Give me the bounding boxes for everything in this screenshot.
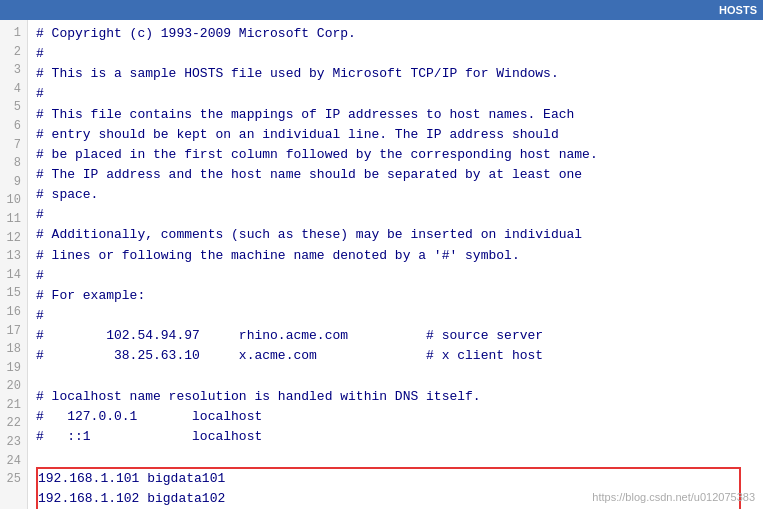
code-area[interactable]: # Copyright (c) 1993-2009 Microsoft Corp… (28, 20, 763, 509)
code-line: # (36, 84, 755, 104)
code-line (36, 447, 755, 467)
code-line: # 127.0.0.1 localhost (36, 407, 755, 427)
content-area: 1234567891011121314151617181920212223242… (0, 20, 763, 509)
code-line: # This is a sample HOSTS file used by Mi… (36, 64, 755, 84)
code-line: # This file contains the mappings of IP … (36, 105, 755, 125)
code-line: # (36, 205, 755, 225)
code-line: # The IP address and the host name shoul… (36, 165, 755, 185)
code-line: # be placed in the first column followed… (36, 145, 755, 165)
code-line: # Copyright (c) 1993-2009 Microsoft Corp… (36, 24, 755, 44)
code-line: # For example: (36, 286, 755, 306)
code-line: # lines or following the machine name de… (36, 246, 755, 266)
line-numbers: 1234567891011121314151617181920212223242… (0, 20, 28, 509)
code-line: # localhost name resolution is handled w… (36, 387, 755, 407)
code-line: # 102.54.94.97 rhino.acme.com # source s… (36, 326, 755, 346)
code-line: # Additionally, comments (such as these)… (36, 225, 755, 245)
code-line (36, 366, 755, 386)
code-line: # 38.25.63.10 x.acme.com # x client host (36, 346, 755, 366)
editor-window: HOSTS 1234567891011121314151617181920212… (0, 0, 763, 509)
title-bar: HOSTS (0, 0, 763, 20)
code-line: # (36, 306, 755, 326)
code-line: # (36, 266, 755, 286)
code-line: # ::1 localhost (36, 427, 755, 447)
code-line: 192.168.1.101 bigdata101 (38, 469, 739, 489)
code-line: # space. (36, 185, 755, 205)
code-line: # (36, 44, 755, 64)
watermark: https://blog.csdn.net/u012075383 (592, 491, 755, 503)
code-line: # entry should be kept on an individual … (36, 125, 755, 145)
title-bar-label: HOSTS (719, 4, 757, 16)
